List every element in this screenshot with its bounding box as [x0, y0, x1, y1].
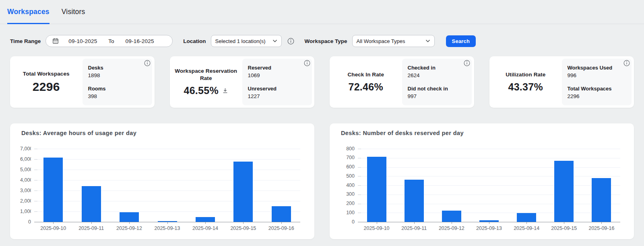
- tab-workspaces[interactable]: Workspaces: [7, 0, 50, 24]
- info-icon[interactable]: [304, 60, 310, 66]
- location-info-icon[interactable]: [287, 38, 294, 45]
- detail-item: Total Workspaces 2296: [568, 82, 626, 103]
- x-axis-label: 2025-09-15: [545, 226, 583, 231]
- stat-detail-panel: Workspaces Used 996 Total Workspaces 229…: [562, 59, 632, 105]
- date-range-input[interactable]: 09-10-2025 To 09-16-2025: [45, 35, 173, 47]
- x-axis-label: 2025-09-14: [186, 226, 224, 231]
- info-icon[interactable]: [144, 60, 151, 66]
- chart-bar[interactable]: [158, 221, 177, 222]
- gridline: [34, 201, 300, 201]
- detail-item: Did not check in 997: [408, 82, 466, 103]
- stat-label: Workspace Reservation Rate: [175, 68, 237, 82]
- x-axis-label: 2025-09-13: [148, 226, 186, 231]
- tab-visitors[interactable]: Visitors: [62, 0, 85, 24]
- y-tick-mark: [34, 201, 37, 201]
- y-axis-label: 0: [339, 219, 355, 226]
- chart-bar[interactable]: [517, 213, 536, 222]
- chart-bar[interactable]: [43, 158, 63, 222]
- chart-bar[interactable]: [272, 206, 291, 222]
- time-range-label: Time Range: [10, 38, 41, 44]
- stat-detail-panel: Reserved 1069 Unreserved 1227: [242, 59, 312, 105]
- gridline: [34, 211, 300, 212]
- y-tick-mark: [358, 176, 361, 176]
- gridline: [358, 195, 620, 195]
- gridline: [358, 158, 620, 158]
- x-tick-mark: [564, 222, 564, 224]
- y-tick-mark: [34, 180, 37, 180]
- chart-bar[interactable]: [592, 178, 611, 222]
- y-tick-mark: [358, 158, 361, 158]
- detail-item: Rooms 398: [88, 82, 147, 103]
- y-axis-label: 0: [20, 219, 31, 226]
- date-from-value: 09-10-2025: [68, 38, 97, 44]
- search-button[interactable]: Search: [446, 35, 476, 47]
- chart-bar[interactable]: [367, 157, 386, 222]
- chart-bar[interactable]: [196, 217, 215, 222]
- y-tick-mark: [34, 159, 37, 160]
- gridline: [358, 185, 620, 186]
- gridline: [34, 159, 300, 160]
- y-tick-mark: [34, 211, 37, 212]
- usage-chart-card: Desks: Average hours of usage per day 01…: [10, 123, 314, 239]
- usage-chart: 01,0002,0003,0004,0005,0006,0007,0002025…: [10, 123, 314, 239]
- download-icon[interactable]: [222, 88, 228, 94]
- charts-row: Desks: Average hours of usage per day 01…: [0, 123, 644, 239]
- detail-item: Workspaces Used 996: [568, 61, 626, 82]
- info-icon[interactable]: [623, 60, 630, 66]
- info-icon[interactable]: [464, 60, 470, 66]
- stat-detail-panel: Desks 1898 Rooms 398: [83, 59, 153, 105]
- utilization-rate-card: Utilization Rate 43.37% Workspaces Used …: [489, 56, 634, 108]
- chart-bar[interactable]: [479, 220, 499, 222]
- tab-bar: Workspaces Visitors: [0, 0, 644, 24]
- x-axis-label: 2025-09-16: [583, 226, 620, 231]
- x-tick-mark: [526, 222, 527, 224]
- x-tick-mark: [377, 222, 377, 224]
- chevron-down-icon: [272, 39, 277, 43]
- y-axis-label: 1,000: [20, 208, 31, 215]
- x-tick-mark: [129, 222, 130, 224]
- y-tick-mark: [358, 204, 361, 204]
- stat-label: Check In Rate: [347, 71, 384, 78]
- chart-bar[interactable]: [82, 186, 101, 222]
- x-axis-label: 2025-09-16: [262, 226, 300, 231]
- stats-row: Total Workspaces 2296 Desks 1898 Rooms 3…: [0, 56, 644, 108]
- stat-value: 46.55%: [184, 85, 228, 96]
- detail-item: Reserved 1069: [248, 61, 307, 82]
- y-tick-mark: [34, 191, 37, 191]
- x-tick-mark: [601, 222, 602, 224]
- reserved-chart-card: Desks: Number of desks reserved per day …: [330, 123, 634, 239]
- y-axis-label: 700: [339, 154, 355, 161]
- y-axis-label: 100: [339, 209, 355, 216]
- x-tick-mark: [414, 222, 415, 224]
- gridline: [34, 191, 300, 191]
- y-axis-label: 3,000: [20, 187, 31, 194]
- x-tick-mark: [91, 222, 92, 224]
- x-tick-mark: [53, 222, 54, 224]
- chart-bar[interactable]: [442, 211, 461, 222]
- tab-workspaces-label: Workspaces: [7, 8, 50, 16]
- y-axis-label: 600: [339, 164, 355, 170]
- y-tick-mark: [358, 213, 361, 213]
- stat-detail-panel: Checked in 2624 Did not check in 997: [402, 59, 472, 105]
- x-tick-mark: [452, 222, 452, 224]
- workspace-type-select[interactable]: All Workspace Types: [352, 35, 435, 47]
- x-axis-label: 2025-09-11: [72, 226, 110, 231]
- total-workspaces-card: Total Workspaces 2296 Desks 1898 Rooms 3…: [10, 56, 155, 108]
- reservation-rate-card: Workspace Reservation Rate 46.55% Reserv…: [170, 56, 314, 108]
- stat-label: Total Workspaces: [23, 70, 70, 78]
- chart-bar[interactable]: [405, 180, 424, 222]
- y-axis-label: 500: [339, 173, 355, 180]
- chart-bar[interactable]: [120, 212, 139, 222]
- date-to-value: 09-16-2025: [126, 38, 154, 44]
- detail-item: Desks 1898: [88, 61, 147, 82]
- y-tick-mark: [358, 149, 361, 149]
- chart-bar[interactable]: [233, 162, 253, 222]
- detail-item: Checked in 2624: [408, 61, 466, 82]
- y-axis-label: 300: [339, 191, 355, 198]
- gridline: [358, 213, 620, 213]
- x-tick-mark: [489, 222, 489, 224]
- location-select[interactable]: Selected 1 location(s): [211, 35, 282, 47]
- y-tick-mark: [34, 170, 37, 170]
- x-axis-label: 2025-09-13: [470, 226, 508, 231]
- chart-bar[interactable]: [554, 161, 574, 222]
